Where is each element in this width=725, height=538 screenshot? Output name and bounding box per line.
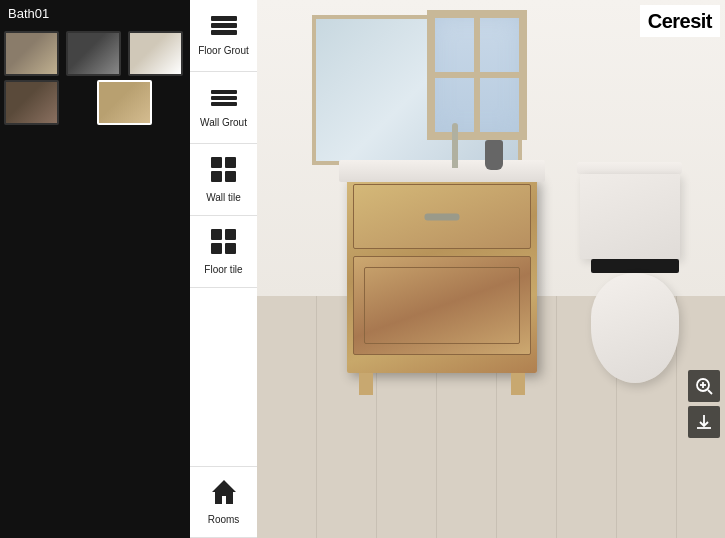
rooms-icon [210, 478, 238, 510]
soap-dispenser [485, 140, 503, 170]
toilet [580, 162, 690, 383]
svg-rect-4 [211, 96, 237, 100]
nav-wall-grout[interactable]: Wall Grout [190, 72, 257, 144]
thumbnail-grid-row2 [0, 80, 190, 129]
svg-rect-1 [211, 23, 237, 28]
wall-grout-label: Wall Grout [200, 117, 247, 129]
thumbnail-1[interactable] [4, 31, 59, 76]
left-sidebar: Bath01 [0, 0, 190, 538]
svg-rect-13 [225, 243, 236, 254]
vanity-cabinet [347, 178, 537, 373]
wall-grout-icon [210, 87, 238, 113]
vanity-leg-right [511, 373, 525, 395]
toilet-bowl [591, 273, 679, 383]
toilet-tank-top [577, 162, 682, 174]
download-icon [695, 413, 713, 431]
vanity-door [353, 256, 531, 355]
main-content: Ceresit [257, 0, 725, 538]
nav-rooms[interactable]: Rooms [190, 466, 257, 538]
ceresit-logo: Ceresit [640, 5, 720, 37]
rooms-label: Rooms [208, 514, 240, 526]
download-button[interactable] [688, 406, 720, 438]
nav-floor-tile[interactable]: Floor tile [190, 216, 257, 288]
nav-floor-grout[interactable]: Floor Grout [190, 0, 257, 72]
wall-tile-label: Wall tile [206, 192, 241, 204]
logo-text-main: Ceresit [648, 10, 712, 32]
thumbnail-grid-row1 [0, 27, 190, 80]
nav-wall-tile[interactable]: Wall tile [190, 144, 257, 216]
svg-rect-6 [211, 157, 222, 168]
bathroom-window [427, 10, 527, 140]
vanity-leg-left [359, 373, 373, 395]
drawer-handle [425, 213, 460, 220]
vanity-countertop [339, 160, 545, 182]
svg-rect-10 [211, 229, 222, 240]
zoom-in-button[interactable] [688, 370, 720, 402]
svg-line-16 [708, 390, 712, 394]
thumbnail-3[interactable] [128, 31, 183, 76]
svg-rect-5 [211, 102, 237, 106]
bathroom-scene: Ceresit [257, 0, 725, 538]
thumbnail-2[interactable] [66, 31, 121, 76]
faucet [452, 123, 458, 168]
toilet-tank [580, 174, 680, 259]
floor-tile-icon [210, 228, 238, 260]
zoom-in-icon [695, 377, 713, 395]
svg-rect-11 [225, 229, 236, 240]
svg-marker-14 [212, 480, 236, 504]
svg-rect-8 [211, 171, 222, 182]
thumbnail-5[interactable] [97, 80, 152, 125]
zoom-controls [688, 370, 720, 438]
svg-rect-9 [225, 171, 236, 182]
svg-rect-2 [211, 30, 237, 35]
vertical-nav: Floor Grout Wall Grout Wall tile [190, 0, 257, 538]
floor-grout-icon [210, 15, 238, 41]
vanity-legs [359, 373, 525, 395]
svg-rect-3 [211, 90, 237, 94]
svg-rect-0 [211, 16, 237, 21]
thumbnail-4[interactable] [4, 80, 59, 125]
room-title: Bath01 [0, 0, 190, 27]
floor-tile-label: Floor tile [204, 264, 242, 276]
wall-tile-icon [210, 156, 238, 188]
vanity-drawer [353, 184, 531, 249]
svg-rect-12 [211, 243, 222, 254]
toilet-seat [591, 259, 679, 273]
vanity-door-panel [364, 267, 520, 344]
logo-text: Ceresit [648, 8, 712, 34]
floor-grout-label: Floor Grout [198, 45, 249, 57]
svg-rect-7 [225, 157, 236, 168]
